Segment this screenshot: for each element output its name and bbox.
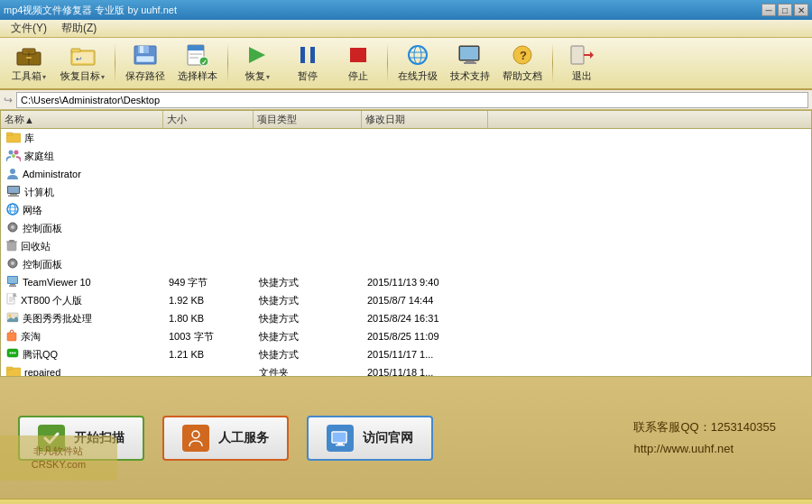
svg-rect-59 xyxy=(10,284,15,286)
list-item[interactable]: 控制面板 xyxy=(1,255,811,273)
restore-target-icon: ↩ xyxy=(69,43,97,67)
file-type-icon xyxy=(6,131,21,146)
file-name: 美图秀秀批处理 xyxy=(3,311,165,325)
file-type-icon xyxy=(6,311,19,325)
list-item[interactable]: 控制面板 xyxy=(1,219,811,237)
toolbar-exit[interactable]: 退出 xyxy=(558,41,605,86)
svg-rect-6 xyxy=(71,49,80,52)
file-type-icon xyxy=(6,365,21,378)
list-item[interactable]: 计算机 xyxy=(1,183,811,201)
menu-help[interactable]: 帮助(Z) xyxy=(54,19,104,38)
file-type: 快捷方式 xyxy=(255,330,364,344)
list-item[interactable]: repaired 文件夹 2015/11/18 1... xyxy=(1,363,811,377)
list-item[interactable]: 库 xyxy=(1,129,811,147)
address-input[interactable] xyxy=(16,92,808,108)
list-item[interactable]: Administrator xyxy=(1,165,811,183)
toolbar-toolbox[interactable]: 工具箱 ▾ xyxy=(5,41,52,86)
visit-button[interactable]: 访问官网 xyxy=(307,416,433,461)
list-item[interactable]: 家庭组 xyxy=(1,147,811,165)
svg-text:↩: ↩ xyxy=(76,55,82,63)
help-doc-icon: ? xyxy=(508,43,537,67)
col-size: 大小 xyxy=(163,111,254,128)
toolbar-restore-target[interactable]: ↩ 恢复目标 ▾ xyxy=(56,41,109,86)
stop-icon xyxy=(344,43,373,67)
online-upgrade-label: 在线升级 xyxy=(398,69,438,83)
file-date: 2015/8/25 11:09 xyxy=(364,331,490,342)
select-sample-icon: ✓ xyxy=(183,43,212,67)
watermark: 非凡软件站 CRSKY.com xyxy=(0,435,117,481)
wm-line2: CRSKY.com xyxy=(32,458,86,472)
bottom-panel: 开始扫描 人工服务 访问官网 xyxy=(0,377,812,504)
file-list[interactable]: 库 家庭组 Administrator 计算机 网络 xyxy=(1,129,811,377)
manual-button[interactable]: 人工服务 xyxy=(162,416,289,461)
file-type-icon xyxy=(6,329,17,344)
list-item[interactable]: 亲淘 1003 字节 快捷方式 2015/8/25 11:09 xyxy=(1,327,811,345)
toolbox-icon xyxy=(14,43,43,67)
manual-label: 人工服务 xyxy=(218,430,269,446)
restore-arrow: ▾ xyxy=(266,73,270,81)
sep4 xyxy=(552,43,553,83)
svg-point-71 xyxy=(10,353,12,354)
svg-rect-89 xyxy=(337,443,343,444)
file-size: 1.80 KB xyxy=(165,313,255,324)
toolbar-pause[interactable]: 暂停 xyxy=(284,41,331,86)
toolbar-select-sample[interactable]: ✓ 选择样本 xyxy=(173,41,222,86)
minimize-button[interactable]: ─ xyxy=(761,4,776,16)
file-type-icon xyxy=(6,347,19,362)
online-upgrade-icon xyxy=(403,43,432,67)
watermark-text: 非凡软件站 CRSKY.com xyxy=(32,444,86,472)
file-type-icon xyxy=(6,293,17,308)
list-item[interactable]: 腾讯QQ 1.21 KB 快捷方式 2015/11/17 1... xyxy=(1,345,811,363)
tech-support-icon xyxy=(456,43,484,67)
svg-rect-29 xyxy=(466,60,475,62)
svg-point-23 xyxy=(409,46,427,64)
svg-rect-43 xyxy=(8,187,19,193)
list-item[interactable]: 网络 xyxy=(1,201,811,219)
svg-rect-12 xyxy=(136,56,154,62)
select-sample-label: 选择样本 xyxy=(178,69,217,83)
file-name: XT800 个人版 xyxy=(3,293,165,308)
file-name: 计算机 xyxy=(3,185,165,200)
file-name: 库 xyxy=(3,131,165,146)
close-button[interactable]: ✕ xyxy=(794,4,808,16)
svg-rect-30 xyxy=(464,62,476,64)
svg-point-46 xyxy=(7,204,18,215)
toolbar-help-doc[interactable]: ? 帮助文档 xyxy=(498,41,547,86)
svg-point-72 xyxy=(12,353,14,354)
file-date: 2015/8/7 14:44 xyxy=(364,295,490,306)
file-name: 腾讯QQ xyxy=(3,347,165,362)
file-size: 949 字节 xyxy=(165,276,255,289)
toolbar-stop[interactable]: 停止 xyxy=(335,41,382,86)
file-size: 1.21 KB xyxy=(165,349,255,360)
svg-rect-58 xyxy=(8,277,17,283)
file-type-icon xyxy=(6,239,17,254)
menu-file[interactable]: 文件(Y) xyxy=(4,19,54,38)
file-type: 文件夹 xyxy=(255,366,364,378)
restore-label: 恢复 xyxy=(245,69,265,83)
svg-rect-33 xyxy=(571,46,584,64)
website-label: http://www.uuhf.net xyxy=(633,438,776,459)
list-item[interactable]: 回收站 xyxy=(1,237,811,255)
column-headers: 名称 ▲ 大小 项目类型 修改日期 xyxy=(1,111,811,129)
svg-rect-44 xyxy=(10,194,17,196)
col-type: 项目类型 xyxy=(254,111,362,128)
toolbar-save-path[interactable]: 保存路径 xyxy=(121,41,170,86)
toolbar-tech-support[interactable]: 技术支持 xyxy=(446,41,494,86)
wm-line1: 非凡软件站 xyxy=(32,444,86,458)
contact-info: 联系客服QQ：1253140355 http://www.uuhf.net xyxy=(633,417,794,459)
svg-rect-45 xyxy=(8,195,19,197)
toolbar-restore[interactable]: 恢复 ▾ xyxy=(234,41,281,86)
toolbar-online-upgrade[interactable]: 在线升级 xyxy=(393,41,442,86)
file-name: Administrator xyxy=(3,167,165,182)
list-item[interactable]: 美图秀秀批处理 1.80 KB 快捷方式 2015/8/24 16:31 xyxy=(1,309,811,327)
list-item[interactable]: XT800 个人版 1.92 KB 快捷方式 2015/8/7 14:44 xyxy=(1,291,811,309)
file-name: 控制面板 xyxy=(3,221,165,236)
maximize-button[interactable]: □ xyxy=(778,4,792,16)
svg-marker-19 xyxy=(249,47,265,63)
svg-rect-20 xyxy=(300,47,305,63)
pause-icon xyxy=(293,43,322,67)
list-item[interactable]: TeamViewer 10 949 字节 快捷方式 2015/11/13 9:4… xyxy=(1,273,811,291)
toolbox-arrow: ▾ xyxy=(42,73,46,81)
file-name: 网络 xyxy=(3,203,165,218)
restore-target-arrow: ▾ xyxy=(101,73,105,81)
